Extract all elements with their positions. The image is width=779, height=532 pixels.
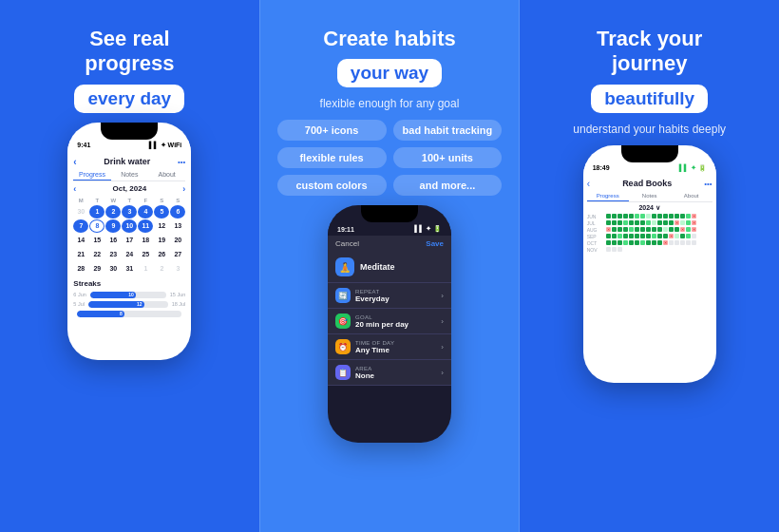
right-phone: 18:49 ▌▌ ✦ 🔋 ‹ Read Books ••• Progress N… bbox=[583, 145, 716, 383]
streak-bar-wrap: 10 bbox=[90, 292, 166, 298]
cal-day: 3 bbox=[122, 205, 137, 218]
middle-title-line1: Create habits bbox=[323, 27, 455, 50]
status-bar-right: 18:49 ▌▌ ✦ 🔋 bbox=[583, 162, 716, 174]
goal-icon: 🎯 bbox=[335, 314, 351, 329]
cal-day: 26 bbox=[154, 248, 169, 261]
hcell bbox=[663, 220, 668, 225]
habit-name-row: 🧘 Meditate bbox=[328, 252, 451, 283]
phone-notch-right bbox=[621, 145, 678, 162]
hcell bbox=[692, 240, 696, 245]
right-badge: beautifully bbox=[591, 85, 708, 113]
hcell bbox=[669, 220, 674, 225]
hcell-x: ✕ bbox=[674, 220, 679, 225]
repeat-row[interactable]: 🔄 REPEAT Everyday › bbox=[328, 283, 451, 309]
status-bar-dark: 19:11 ▌▌ ✦ 🔋 bbox=[328, 222, 451, 236]
streak-end: 18 Jul bbox=[172, 301, 186, 307]
repeat-arrow-icon: › bbox=[441, 292, 444, 300]
right-tab-notes: Notes bbox=[629, 191, 671, 201]
phone-screen: ‹ Drink water ••• Progress Notes About ‹… bbox=[67, 151, 191, 324]
phone-notch-mid bbox=[361, 205, 418, 222]
cal-next-arrow: › bbox=[182, 184, 185, 194]
heatmap-cells-nov bbox=[606, 247, 622, 252]
hcell bbox=[686, 214, 691, 218]
hcell bbox=[618, 247, 622, 252]
area-row-left: 📋 AREA None bbox=[335, 365, 374, 380]
cal-day: 16 bbox=[105, 234, 121, 247]
tab-notes: Notes bbox=[111, 169, 148, 180]
more-icon: ••• bbox=[178, 158, 185, 166]
hcell bbox=[618, 240, 622, 245]
cal-day: 2 bbox=[154, 262, 169, 276]
hcell bbox=[646, 234, 651, 238]
screen-tabs: Progress Notes About bbox=[73, 169, 185, 181]
streaks-title: Streaks bbox=[73, 279, 185, 288]
hcell bbox=[640, 214, 645, 218]
hcell bbox=[629, 234, 634, 238]
hcell bbox=[629, 240, 634, 245]
month-year-label: Oct, 2024 bbox=[113, 184, 147, 193]
year-text: 2024 bbox=[638, 204, 654, 211]
cal-day: 5 bbox=[154, 205, 169, 218]
cancel-button[interactable]: Cancel bbox=[335, 239, 359, 248]
tag-more: and more... bbox=[393, 175, 503, 196]
time-row-left: ⏰ TIME OF DAY Any Time bbox=[335, 339, 394, 354]
right-tab-progress: Progress bbox=[587, 191, 629, 201]
cal-day: 22 bbox=[89, 248, 104, 261]
habit-name-text: Meditate bbox=[360, 262, 395, 272]
right-screen-title: Read Books bbox=[622, 179, 672, 188]
hcell bbox=[674, 227, 679, 232]
hcell bbox=[646, 220, 651, 225]
right-panel: Track your journey beautifully understan… bbox=[520, 0, 779, 532]
time-row[interactable]: ⏰ TIME OF DAY Any Time › bbox=[328, 334, 451, 360]
hcell bbox=[640, 220, 645, 225]
middle-panel: Create habits your way flexible enough f… bbox=[259, 0, 521, 532]
heatmap-row-nov: NOV bbox=[587, 247, 712, 253]
tag-colors: custom colors bbox=[277, 175, 387, 196]
hcell-x: ✕ bbox=[692, 214, 696, 218]
hcell bbox=[606, 214, 611, 218]
cal-day: 30 bbox=[105, 262, 121, 276]
cal-day: 2 bbox=[105, 205, 121, 218]
signal-icons-mid: ▌▌ ✦ 🔋 bbox=[414, 225, 442, 233]
middle-phone: 19:11 ▌▌ ✦ 🔋 Cancel Save 🧘 Meditate 🔄 RE… bbox=[328, 205, 451, 443]
cal-day: 23 bbox=[105, 248, 121, 261]
hcell bbox=[612, 227, 617, 232]
repeat-icon: 🔄 bbox=[335, 288, 351, 303]
streak-bar: 10 bbox=[90, 292, 136, 298]
time-arrow-icon: › bbox=[441, 343, 444, 352]
area-texts: AREA None bbox=[355, 366, 374, 380]
cal-day: 1 bbox=[138, 262, 153, 276]
hcell bbox=[686, 240, 691, 245]
tags-grid: 700+ icons bad habit tracking flexible r… bbox=[277, 120, 503, 196]
hcell bbox=[635, 227, 639, 232]
hcell bbox=[674, 234, 679, 238]
streak-number: 8 bbox=[120, 311, 123, 316]
hcell bbox=[606, 247, 611, 252]
day-header-th: T bbox=[122, 197, 137, 204]
hcell bbox=[680, 214, 685, 218]
cal-day: 6 bbox=[170, 205, 185, 218]
cal-day: 31 bbox=[122, 262, 137, 276]
hcell bbox=[612, 214, 617, 218]
left-title-line1: See real bbox=[89, 27, 169, 50]
hcell bbox=[606, 240, 611, 245]
hcell bbox=[612, 240, 617, 245]
cal-prev-arrow: ‹ bbox=[73, 184, 76, 194]
cal-day: 10 bbox=[122, 219, 137, 233]
area-row[interactable]: 📋 AREA None › bbox=[328, 360, 451, 386]
hcell bbox=[612, 234, 617, 238]
hcell bbox=[686, 234, 691, 238]
signal-icons: ▌▌ ✦ WiFi bbox=[149, 142, 182, 149]
month-label-jul: JUL bbox=[587, 220, 604, 226]
cal-day: 19 bbox=[154, 234, 169, 247]
time-mid: 19:11 bbox=[337, 226, 354, 233]
cal-day: 20 bbox=[170, 234, 185, 247]
heatmap-cells-sep: ✕ bbox=[606, 234, 696, 238]
save-button[interactable]: Save bbox=[426, 239, 444, 248]
left-panel: See real progress every day 9:41 ▌▌ ✦ Wi… bbox=[0, 0, 259, 532]
hcell bbox=[663, 234, 668, 238]
repeat-row-left: 🔄 REPEAT Everyday bbox=[335, 288, 390, 303]
hcell bbox=[635, 220, 639, 225]
goal-row[interactable]: 🎯 GOAL 20 min per day › bbox=[328, 309, 451, 334]
cal-day: 1 bbox=[89, 205, 104, 218]
